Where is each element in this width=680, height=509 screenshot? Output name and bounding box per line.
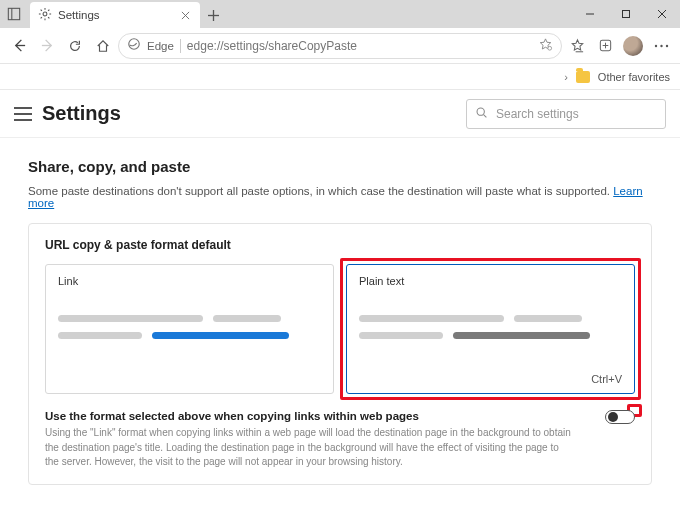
- refresh-button[interactable]: [62, 33, 88, 59]
- svg-rect-16: [623, 11, 630, 18]
- svg-line-8: [48, 17, 49, 18]
- address-app-label: Edge: [147, 40, 174, 52]
- svg-point-30: [477, 108, 484, 115]
- toggle-row: Use the format selected above when copyi…: [45, 410, 635, 470]
- tab-close-button[interactable]: [178, 8, 192, 22]
- option-plain-preview: [359, 315, 622, 339]
- browser-toolbar: Edge edge://settings/shareCopyPaste: [0, 28, 680, 64]
- profile-avatar[interactable]: [620, 33, 646, 59]
- toggle-title: Use the format selected above when copyi…: [45, 410, 635, 422]
- more-menu-button[interactable]: [648, 33, 674, 59]
- address-separator: [180, 39, 181, 53]
- collections-button[interactable]: [592, 33, 618, 59]
- card-title: URL copy & paste format default: [45, 238, 635, 252]
- option-link-preview: [58, 315, 321, 339]
- svg-rect-0: [8, 8, 19, 19]
- close-window-button[interactable]: [644, 0, 680, 28]
- svg-point-22: [548, 46, 552, 50]
- minimize-button[interactable]: [572, 0, 608, 28]
- gear-icon: [38, 7, 52, 24]
- svg-point-29: [665, 44, 667, 46]
- address-url: edge://settings/shareCopyPaste: [187, 39, 532, 53]
- svg-line-7: [41, 9, 42, 10]
- search-input[interactable]: [494, 106, 657, 122]
- svg-point-2: [43, 12, 47, 16]
- favorite-star-icon[interactable]: [538, 37, 553, 55]
- option-plain-label: Plain text: [359, 275, 622, 287]
- use-format-toggle[interactable]: [605, 410, 635, 424]
- search-settings-box[interactable]: [466, 99, 666, 129]
- chevron-right-icon[interactable]: ›: [564, 71, 568, 83]
- option-link-label: Link: [58, 275, 321, 287]
- window-controls: [572, 0, 680, 28]
- address-bar[interactable]: Edge edge://settings/shareCopyPaste: [118, 33, 562, 59]
- section-subtitle: Some paste destinations don't support al…: [28, 185, 652, 209]
- url-format-card: URL copy & paste format default Link Pla…: [28, 223, 652, 485]
- option-link[interactable]: Link: [45, 264, 334, 394]
- maximize-button[interactable]: [608, 0, 644, 28]
- other-favorites-link[interactable]: Other favorites: [598, 71, 670, 83]
- forward-button[interactable]: [34, 33, 60, 59]
- settings-content: Share, copy, and paste Some paste destin…: [0, 138, 680, 505]
- settings-header: Settings: [0, 90, 680, 138]
- home-button[interactable]: [90, 33, 116, 59]
- tab-strip: Settings: [0, 0, 572, 28]
- svg-point-28: [660, 44, 662, 46]
- search-icon: [475, 106, 488, 122]
- svg-line-10: [48, 9, 49, 10]
- tab-settings[interactable]: Settings: [30, 2, 200, 28]
- svg-point-27: [654, 44, 656, 46]
- option-plain-hotkey: Ctrl+V: [591, 373, 622, 385]
- svg-line-9: [41, 17, 42, 18]
- tab-title: Settings: [58, 9, 172, 21]
- toggle-description: Using the "Link" format when copying lin…: [45, 426, 635, 470]
- favorites-bar: › Other favorites: [0, 64, 680, 90]
- new-tab-button[interactable]: [200, 2, 226, 28]
- hamburger-menu-button[interactable]: [14, 107, 32, 121]
- section-title: Share, copy, and paste: [28, 158, 652, 175]
- back-button[interactable]: [6, 33, 32, 59]
- title-bar: Settings: [0, 0, 680, 28]
- edge-logo-icon: [127, 37, 141, 54]
- format-options: Link Plain text Ctrl+V: [45, 264, 635, 394]
- section-subtitle-text: Some paste destinations don't support al…: [28, 185, 613, 197]
- favorites-button[interactable]: [564, 33, 590, 59]
- svg-line-31: [484, 114, 487, 117]
- tabs-overview-button[interactable]: [0, 0, 28, 28]
- page-title: Settings: [42, 102, 244, 125]
- svg-point-21: [129, 39, 140, 50]
- folder-icon: [576, 71, 590, 83]
- option-plain-text[interactable]: Plain text Ctrl+V: [346, 264, 635, 394]
